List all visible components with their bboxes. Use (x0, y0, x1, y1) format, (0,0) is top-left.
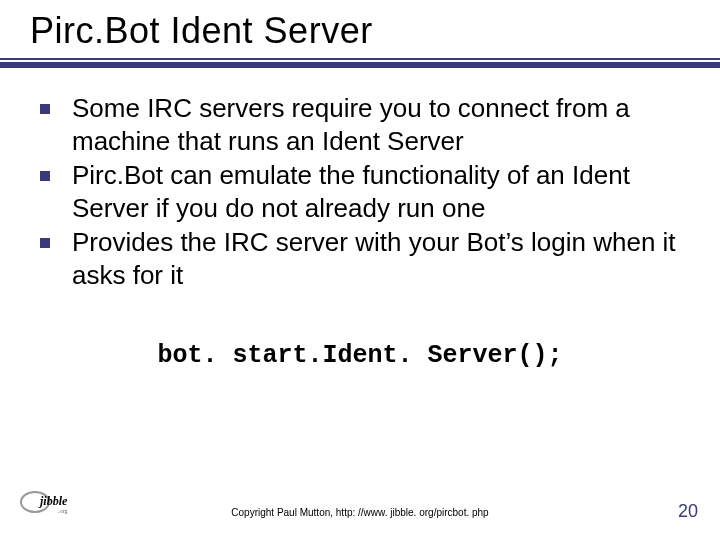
logo-text: jibble (38, 494, 68, 508)
title-divider (0, 58, 720, 68)
code-snippet: bot. start.Ident. Server(); (0, 341, 720, 370)
page-number: 20 (678, 501, 698, 522)
square-bullet-icon (40, 171, 50, 181)
divider-thick (0, 62, 720, 68)
footer: jibble .org Copyright Paul Mutton, http:… (0, 494, 720, 524)
bullet-text: Some IRC servers require you to connect … (72, 92, 680, 157)
square-bullet-icon (40, 238, 50, 248)
bullet-item: Pirc.Bot can emulate the functionality o… (40, 159, 680, 224)
slide-title: Pirc.Bot Ident Server (0, 0, 720, 52)
copyright-text: Copyright Paul Mutton, http: //www. jibb… (0, 507, 720, 518)
bullet-text: Pirc.Bot can emulate the functionality o… (72, 159, 680, 224)
slide: Pirc.Bot Ident Server Some IRC servers r… (0, 0, 720, 540)
divider-thin (0, 58, 720, 60)
bullet-list: Some IRC servers require you to connect … (40, 92, 680, 291)
bullet-text: Provides the IRC server with your Bot’s … (72, 226, 680, 291)
bullet-item: Provides the IRC server with your Bot’s … (40, 226, 680, 291)
bullet-item: Some IRC servers require you to connect … (40, 92, 680, 157)
square-bullet-icon (40, 104, 50, 114)
